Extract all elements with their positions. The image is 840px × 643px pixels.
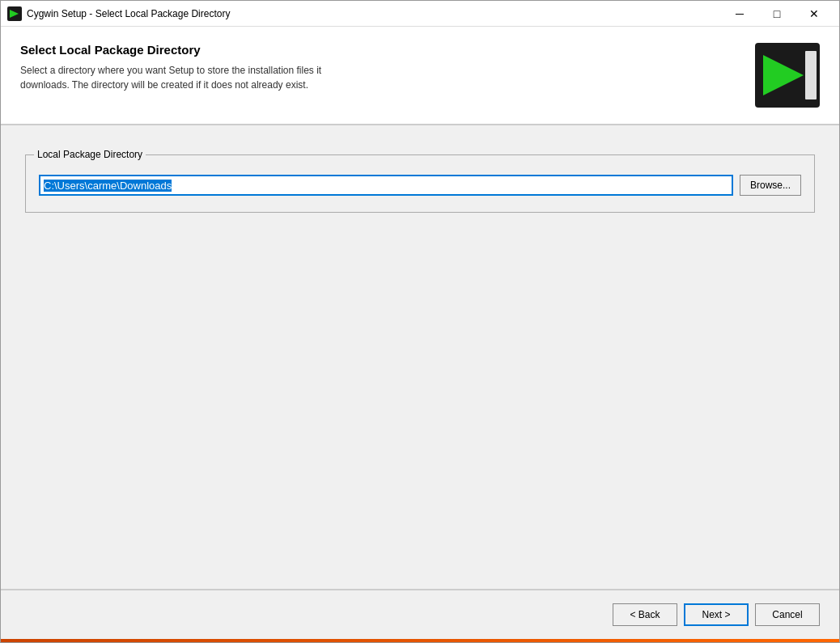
svg-rect-4 bbox=[805, 51, 817, 99]
window-title: Cygwin Setup - Select Local Package Dire… bbox=[27, 8, 721, 19]
main-window: Cygwin Setup - Select Local Package Dire… bbox=[0, 0, 840, 643]
back-button[interactable]: < Back bbox=[613, 603, 677, 626]
minimize-button[interactable]: ─ bbox=[721, 1, 758, 27]
cygwin-logo bbox=[755, 43, 820, 108]
description-line1: Select a directory where you want Setup … bbox=[20, 65, 321, 76]
next-button[interactable]: Next > bbox=[684, 603, 749, 626]
header-section: Select Local Package Directory Select a … bbox=[1, 27, 839, 125]
accent-line bbox=[1, 639, 839, 642]
header-description: Select a directory where you want Setup … bbox=[20, 63, 603, 92]
header-text: Select Local Package Directory Select a … bbox=[20, 43, 755, 92]
main-area: Local Package Directory Browse... bbox=[1, 125, 839, 589]
directory-input[interactable] bbox=[39, 175, 733, 196]
group-box-label: Local Package Directory bbox=[34, 149, 146, 160]
content-area: Select Local Package Directory Select a … bbox=[1, 27, 839, 642]
bottom-bar: < Back Next > Cancel bbox=[1, 589, 839, 639]
title-bar: Cygwin Setup - Select Local Package Dire… bbox=[1, 1, 839, 27]
window-controls: ─ □ ✕ bbox=[721, 1, 833, 27]
maximize-button[interactable]: □ bbox=[758, 1, 795, 27]
app-icon bbox=[7, 6, 22, 21]
page-title: Select Local Package Directory bbox=[20, 43, 755, 57]
description-line2: downloads. The directory will be created… bbox=[20, 79, 308, 91]
close-button[interactable]: ✕ bbox=[795, 1, 833, 27]
cancel-button[interactable]: Cancel bbox=[755, 603, 820, 626]
browse-button[interactable]: Browse... bbox=[740, 175, 801, 196]
directory-row: Browse... bbox=[39, 175, 801, 196]
local-package-directory-group: Local Package Directory Browse... bbox=[25, 154, 815, 213]
